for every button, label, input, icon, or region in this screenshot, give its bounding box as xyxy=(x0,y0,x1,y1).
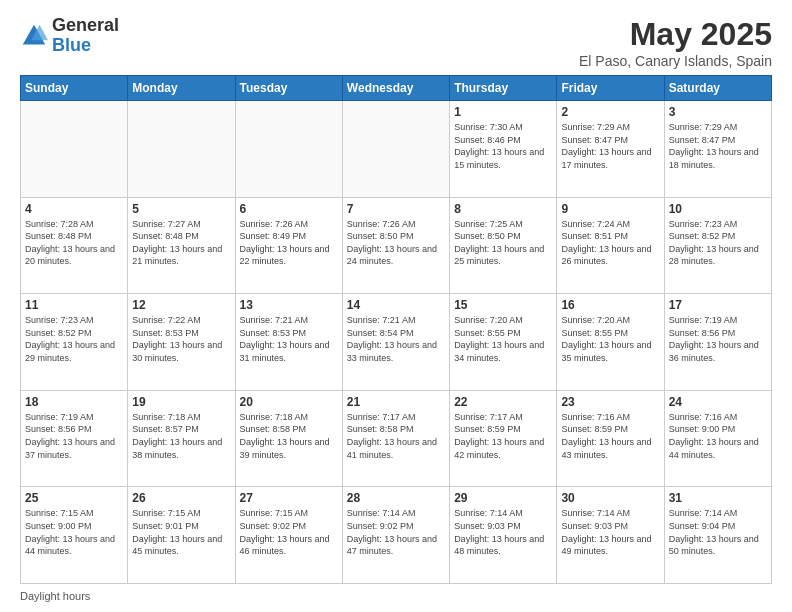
day-info: Sunrise: 7:23 AM Sunset: 8:52 PM Dayligh… xyxy=(25,314,123,364)
calendar-cell: 18Sunrise: 7:19 AM Sunset: 8:56 PM Dayli… xyxy=(21,390,128,487)
calendar-cell: 15Sunrise: 7:20 AM Sunset: 8:55 PM Dayli… xyxy=(450,294,557,391)
day-info: Sunrise: 7:18 AM Sunset: 8:58 PM Dayligh… xyxy=(240,411,338,461)
calendar-cell: 10Sunrise: 7:23 AM Sunset: 8:52 PM Dayli… xyxy=(664,197,771,294)
day-number: 21 xyxy=(347,395,445,409)
day-info: Sunrise: 7:14 AM Sunset: 9:03 PM Dayligh… xyxy=(454,507,552,557)
day-number: 13 xyxy=(240,298,338,312)
calendar-cell: 11Sunrise: 7:23 AM Sunset: 8:52 PM Dayli… xyxy=(21,294,128,391)
calendar-cell: 22Sunrise: 7:17 AM Sunset: 8:59 PM Dayli… xyxy=(450,390,557,487)
calendar-cell: 4Sunrise: 7:28 AM Sunset: 8:48 PM Daylig… xyxy=(21,197,128,294)
day-info: Sunrise: 7:30 AM Sunset: 8:46 PM Dayligh… xyxy=(454,121,552,171)
calendar-cell: 8Sunrise: 7:25 AM Sunset: 8:50 PM Daylig… xyxy=(450,197,557,294)
calendar-header-thursday: Thursday xyxy=(450,76,557,101)
day-info: Sunrise: 7:19 AM Sunset: 8:56 PM Dayligh… xyxy=(669,314,767,364)
calendar-header-wednesday: Wednesday xyxy=(342,76,449,101)
day-number: 5 xyxy=(132,202,230,216)
calendar-week-3: 18Sunrise: 7:19 AM Sunset: 8:56 PM Dayli… xyxy=(21,390,772,487)
day-info: Sunrise: 7:16 AM Sunset: 8:59 PM Dayligh… xyxy=(561,411,659,461)
page: General Blue May 2025 El Paso, Canary Is… xyxy=(0,0,792,612)
calendar-cell: 20Sunrise: 7:18 AM Sunset: 8:58 PM Dayli… xyxy=(235,390,342,487)
calendar-cell: 14Sunrise: 7:21 AM Sunset: 8:54 PM Dayli… xyxy=(342,294,449,391)
day-number: 27 xyxy=(240,491,338,505)
logo-blue: Blue xyxy=(52,36,119,56)
day-info: Sunrise: 7:25 AM Sunset: 8:50 PM Dayligh… xyxy=(454,218,552,268)
day-number: 12 xyxy=(132,298,230,312)
day-info: Sunrise: 7:22 AM Sunset: 8:53 PM Dayligh… xyxy=(132,314,230,364)
calendar-cell: 1Sunrise: 7:30 AM Sunset: 8:46 PM Daylig… xyxy=(450,101,557,198)
calendar-cell xyxy=(21,101,128,198)
day-number: 3 xyxy=(669,105,767,119)
day-number: 26 xyxy=(132,491,230,505)
calendar-cell: 17Sunrise: 7:19 AM Sunset: 8:56 PM Dayli… xyxy=(664,294,771,391)
logo: General Blue xyxy=(20,16,119,56)
day-number: 10 xyxy=(669,202,767,216)
calendar-table: SundayMondayTuesdayWednesdayThursdayFrid… xyxy=(20,75,772,584)
calendar-cell xyxy=(235,101,342,198)
calendar-header-friday: Friday xyxy=(557,76,664,101)
location: El Paso, Canary Islands, Spain xyxy=(579,53,772,69)
calendar-cell: 12Sunrise: 7:22 AM Sunset: 8:53 PM Dayli… xyxy=(128,294,235,391)
header: General Blue May 2025 El Paso, Canary Is… xyxy=(20,16,772,69)
day-number: 24 xyxy=(669,395,767,409)
calendar-cell xyxy=(342,101,449,198)
day-info: Sunrise: 7:27 AM Sunset: 8:48 PM Dayligh… xyxy=(132,218,230,268)
calendar-cell: 31Sunrise: 7:14 AM Sunset: 9:04 PM Dayli… xyxy=(664,487,771,584)
day-number: 4 xyxy=(25,202,123,216)
day-number: 15 xyxy=(454,298,552,312)
day-number: 22 xyxy=(454,395,552,409)
day-number: 19 xyxy=(132,395,230,409)
calendar-cell: 28Sunrise: 7:14 AM Sunset: 9:02 PM Dayli… xyxy=(342,487,449,584)
calendar-cell: 21Sunrise: 7:17 AM Sunset: 8:58 PM Dayli… xyxy=(342,390,449,487)
day-info: Sunrise: 7:28 AM Sunset: 8:48 PM Dayligh… xyxy=(25,218,123,268)
day-info: Sunrise: 7:21 AM Sunset: 8:53 PM Dayligh… xyxy=(240,314,338,364)
calendar-week-2: 11Sunrise: 7:23 AM Sunset: 8:52 PM Dayli… xyxy=(21,294,772,391)
day-info: Sunrise: 7:14 AM Sunset: 9:03 PM Dayligh… xyxy=(561,507,659,557)
calendar-cell: 19Sunrise: 7:18 AM Sunset: 8:57 PM Dayli… xyxy=(128,390,235,487)
day-number: 17 xyxy=(669,298,767,312)
calendar-week-0: 1Sunrise: 7:30 AM Sunset: 8:46 PM Daylig… xyxy=(21,101,772,198)
calendar-cell: 16Sunrise: 7:20 AM Sunset: 8:55 PM Dayli… xyxy=(557,294,664,391)
calendar-cell: 6Sunrise: 7:26 AM Sunset: 8:49 PM Daylig… xyxy=(235,197,342,294)
day-number: 25 xyxy=(25,491,123,505)
day-number: 31 xyxy=(669,491,767,505)
day-number: 29 xyxy=(454,491,552,505)
calendar-cell: 7Sunrise: 7:26 AM Sunset: 8:50 PM Daylig… xyxy=(342,197,449,294)
day-number: 6 xyxy=(240,202,338,216)
day-info: Sunrise: 7:16 AM Sunset: 9:00 PM Dayligh… xyxy=(669,411,767,461)
day-info: Sunrise: 7:19 AM Sunset: 8:56 PM Dayligh… xyxy=(25,411,123,461)
footer-daylight: Daylight hours xyxy=(20,590,772,602)
logo-icon xyxy=(20,22,48,50)
day-info: Sunrise: 7:20 AM Sunset: 8:55 PM Dayligh… xyxy=(454,314,552,364)
day-info: Sunrise: 7:17 AM Sunset: 8:59 PM Dayligh… xyxy=(454,411,552,461)
month-title: May 2025 xyxy=(579,16,772,53)
day-number: 9 xyxy=(561,202,659,216)
day-number: 11 xyxy=(25,298,123,312)
calendar-cell: 9Sunrise: 7:24 AM Sunset: 8:51 PM Daylig… xyxy=(557,197,664,294)
day-info: Sunrise: 7:20 AM Sunset: 8:55 PM Dayligh… xyxy=(561,314,659,364)
day-info: Sunrise: 7:21 AM Sunset: 8:54 PM Dayligh… xyxy=(347,314,445,364)
day-info: Sunrise: 7:14 AM Sunset: 9:04 PM Dayligh… xyxy=(669,507,767,557)
calendar-cell: 13Sunrise: 7:21 AM Sunset: 8:53 PM Dayli… xyxy=(235,294,342,391)
day-info: Sunrise: 7:29 AM Sunset: 8:47 PM Dayligh… xyxy=(669,121,767,171)
day-number: 30 xyxy=(561,491,659,505)
calendar-cell: 3Sunrise: 7:29 AM Sunset: 8:47 PM Daylig… xyxy=(664,101,771,198)
calendar-week-4: 25Sunrise: 7:15 AM Sunset: 9:00 PM Dayli… xyxy=(21,487,772,584)
calendar-cell: 24Sunrise: 7:16 AM Sunset: 9:00 PM Dayli… xyxy=(664,390,771,487)
calendar-cell: 30Sunrise: 7:14 AM Sunset: 9:03 PM Dayli… xyxy=(557,487,664,584)
logo-text: General Blue xyxy=(52,16,119,56)
calendar-header-tuesday: Tuesday xyxy=(235,76,342,101)
day-number: 7 xyxy=(347,202,445,216)
day-info: Sunrise: 7:24 AM Sunset: 8:51 PM Dayligh… xyxy=(561,218,659,268)
calendar-cell: 25Sunrise: 7:15 AM Sunset: 9:00 PM Dayli… xyxy=(21,487,128,584)
calendar-cell: 2Sunrise: 7:29 AM Sunset: 8:47 PM Daylig… xyxy=(557,101,664,198)
calendar-cell: 5Sunrise: 7:27 AM Sunset: 8:48 PM Daylig… xyxy=(128,197,235,294)
calendar-cell: 27Sunrise: 7:15 AM Sunset: 9:02 PM Dayli… xyxy=(235,487,342,584)
day-info: Sunrise: 7:29 AM Sunset: 8:47 PM Dayligh… xyxy=(561,121,659,171)
logo-general: General xyxy=(52,16,119,36)
calendar-header-monday: Monday xyxy=(128,76,235,101)
day-info: Sunrise: 7:15 AM Sunset: 9:02 PM Dayligh… xyxy=(240,507,338,557)
day-number: 28 xyxy=(347,491,445,505)
day-info: Sunrise: 7:15 AM Sunset: 9:00 PM Dayligh… xyxy=(25,507,123,557)
day-number: 16 xyxy=(561,298,659,312)
day-info: Sunrise: 7:23 AM Sunset: 8:52 PM Dayligh… xyxy=(669,218,767,268)
